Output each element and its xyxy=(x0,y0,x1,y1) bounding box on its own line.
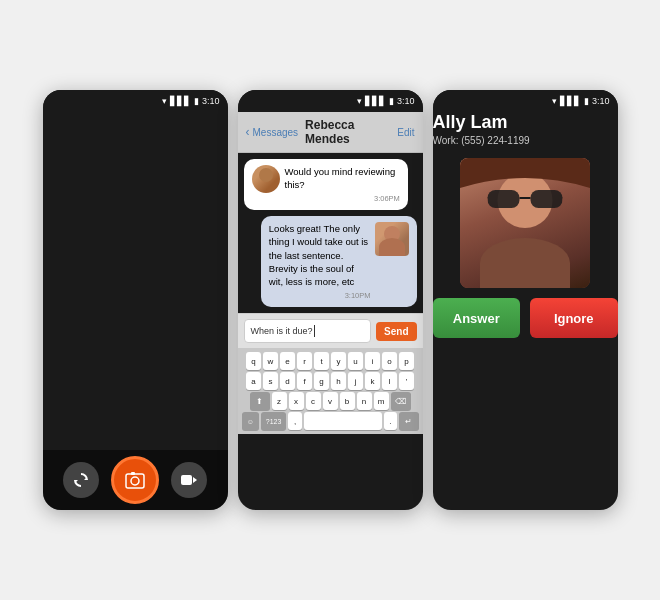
caller-photo xyxy=(460,158,590,288)
avatar-received xyxy=(252,165,280,193)
key-u[interactable]: u xyxy=(348,352,363,370)
key-h[interactable]: h xyxy=(331,372,346,390)
key-m[interactable]: m xyxy=(374,392,389,410)
message-received: Would you mind reviewing this? 3:06PM xyxy=(244,159,408,210)
ignore-button[interactable]: Ignore xyxy=(530,298,618,338)
svg-rect-22 xyxy=(181,475,192,485)
status-icons-1: ▾ ▋▋▋ ▮ 3:10 xyxy=(162,96,220,106)
keyboard: q w e r t y u i o p a s d f g h xyxy=(238,348,423,434)
key-j[interactable]: j xyxy=(348,372,363,390)
key-a[interactable]: a xyxy=(246,372,261,390)
key-s[interactable]: s xyxy=(263,372,278,390)
message-input[interactable]: When is it due? xyxy=(244,319,372,343)
rotate-icon xyxy=(72,471,90,489)
messages-header: ‹ Messages Rebecca Mendes Edit xyxy=(238,112,423,153)
key-g[interactable]: g xyxy=(314,372,329,390)
caller-name: Ally Lam xyxy=(433,112,618,133)
video-button[interactable] xyxy=(171,462,207,498)
video-icon xyxy=(180,471,198,489)
period-key[interactable]: . xyxy=(384,412,398,430)
caller-number: Work: (555) 224-1199 xyxy=(433,135,618,146)
status-icons-3: ▾ ▋▋▋ ▮ 3:10 xyxy=(552,96,610,106)
key-q[interactable]: q xyxy=(246,352,261,370)
signal-icon-2: ▋▋▋ xyxy=(365,96,386,106)
key-b[interactable]: b xyxy=(340,392,355,410)
key-y[interactable]: y xyxy=(331,352,346,370)
battery-icon: ▮ xyxy=(194,96,199,106)
received-text: Would you mind reviewing this? xyxy=(285,165,400,192)
svg-point-20 xyxy=(131,477,139,485)
keyboard-row-3: ⬆ z x c v b n m ⌫ xyxy=(240,392,421,410)
phones-container: ▾ ▋▋▋ ▮ 3:10 xyxy=(43,90,618,510)
key-i[interactable]: i xyxy=(365,352,380,370)
status-icons-2: ▾ ▋▋▋ ▮ 3:10 xyxy=(357,96,415,106)
keyboard-row-1: q w e r t y u i o p xyxy=(240,352,421,370)
key-k[interactable]: k xyxy=(365,372,380,390)
back-arrow-icon[interactable]: ‹ xyxy=(246,125,250,139)
key-d[interactable]: d xyxy=(280,372,295,390)
keyboard-row-2: a s d f g h j k l ' xyxy=(240,372,421,390)
avatar-sent xyxy=(375,222,409,256)
backspace-key[interactable]: ⌫ xyxy=(391,392,411,410)
key-t[interactable]: t xyxy=(314,352,329,370)
phone-messages: ▾ ▋▋▋ ▮ 3:10 ‹ Messages Rebecca Mendes E… xyxy=(238,90,423,510)
caller-face xyxy=(460,158,590,288)
call-action-buttons: Answer Ignore xyxy=(433,298,618,338)
send-button[interactable]: Send xyxy=(376,322,416,341)
hair-svg xyxy=(460,158,590,223)
key-apostrophe[interactable]: ' xyxy=(399,372,414,390)
capture-button[interactable] xyxy=(111,456,159,504)
messages-screen: ‹ Messages Rebecca Mendes Edit Would you… xyxy=(238,112,423,434)
wifi-icon-3: ▾ xyxy=(552,96,557,106)
space-key[interactable] xyxy=(304,412,382,430)
battery-icon-2: ▮ xyxy=(389,96,394,106)
keyboard-bottom-row: ☺ ?123 , . ↵ xyxy=(240,412,421,430)
key-w[interactable]: w xyxy=(263,352,278,370)
status-bar-2: ▾ ▋▋▋ ▮ 3:10 xyxy=(238,90,423,112)
edit-button[interactable]: Edit xyxy=(397,127,414,138)
wifi-icon: ▾ xyxy=(162,96,167,106)
phone-call: ▾ ▋▋▋ ▮ 3:10 Ally Lam Work: (555) 224-11… xyxy=(433,90,618,510)
shift-key[interactable]: ⬆ xyxy=(250,392,270,410)
status-bar-3: ▾ ▋▋▋ ▮ 3:10 xyxy=(433,90,618,112)
rotate-button[interactable] xyxy=(63,462,99,498)
messages-back-label[interactable]: Messages xyxy=(253,127,299,138)
key-l[interactable]: l xyxy=(382,372,397,390)
input-value: When is it due? xyxy=(251,326,313,336)
message-sent: Looks great! The only thing I would take… xyxy=(261,216,417,307)
call-screen: Ally Lam Work: (555) 224-1199 xyxy=(433,112,618,338)
enter-key[interactable]: ↵ xyxy=(399,412,418,430)
time-display-1: 3:10 xyxy=(202,96,220,106)
input-row: When is it due? Send xyxy=(238,313,423,348)
camera-icon xyxy=(124,469,146,491)
time-display-3: 3:10 xyxy=(592,96,610,106)
key-x[interactable]: x xyxy=(289,392,304,410)
signal-icon-3: ▋▋▋ xyxy=(560,96,581,106)
received-content: Would you mind reviewing this? 3:06PM xyxy=(285,165,400,204)
sent-text: Looks great! The only thing I would take… xyxy=(269,222,371,288)
svg-rect-21 xyxy=(131,472,135,475)
num-key[interactable]: ?123 xyxy=(261,412,286,430)
phone-camera: ▾ ▋▋▋ ▮ 3:10 xyxy=(43,90,228,510)
key-f[interactable]: f xyxy=(297,372,312,390)
key-c[interactable]: c xyxy=(306,392,321,410)
received-time: 3:06PM xyxy=(285,194,400,205)
key-n[interactable]: n xyxy=(357,392,372,410)
emoji-key[interactable]: ☺ xyxy=(242,412,259,430)
wifi-icon-2: ▾ xyxy=(357,96,362,106)
key-r[interactable]: r xyxy=(297,352,312,370)
contact-name: Rebecca Mendes xyxy=(305,118,397,146)
battery-icon-3: ▮ xyxy=(584,96,589,106)
sent-time: 3:10PM xyxy=(269,291,371,302)
key-v[interactable]: v xyxy=(323,392,338,410)
key-o[interactable]: o xyxy=(382,352,397,370)
header-left: ‹ Messages Rebecca Mendes xyxy=(246,118,398,146)
comma-key[interactable]: , xyxy=(288,412,302,430)
camera-controls xyxy=(43,450,228,510)
key-z[interactable]: z xyxy=(272,392,287,410)
key-p[interactable]: p xyxy=(399,352,414,370)
answer-button[interactable]: Answer xyxy=(433,298,521,338)
time-display-2: 3:10 xyxy=(397,96,415,106)
key-e[interactable]: e xyxy=(280,352,295,370)
signal-icon: ▋▋▋ xyxy=(170,96,191,106)
